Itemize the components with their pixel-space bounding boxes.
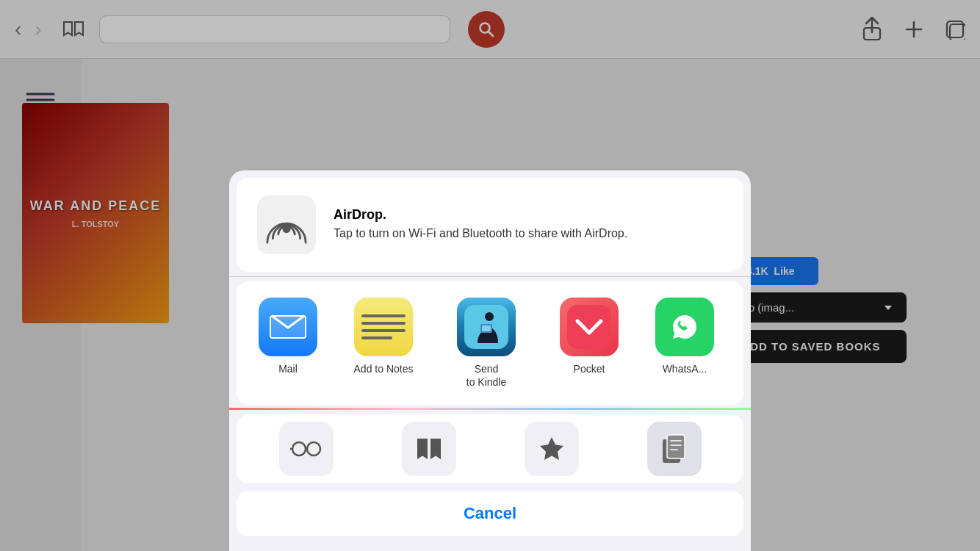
notes-label: Add to Notes <box>354 362 414 375</box>
airdrop-text: AirDrop. Tap to turn on Wi-Fi and Blueto… <box>334 207 627 242</box>
whatsapp-icon <box>655 298 714 356</box>
svg-point-21 <box>307 442 320 455</box>
svg-rect-25 <box>667 435 685 458</box>
notes-icon <box>354 298 413 356</box>
pocket-icon <box>560 298 619 356</box>
apps-row: Mail Add to Notes <box>237 281 743 405</box>
color-divider <box>229 408 751 410</box>
airdrop-title: AirDrop. <box>334 207 386 222</box>
copy-icon <box>647 422 702 476</box>
svg-point-20 <box>292 442 306 455</box>
bookmark-star-icon <box>525 422 579 476</box>
share-sheet-modal: AirDrop. Tap to turn on Wi-Fi and Blueto… <box>229 170 751 551</box>
reader-icon <box>279 422 334 476</box>
mail-label: Mail <box>278 362 298 375</box>
action-item-reading-list[interactable] <box>400 422 458 476</box>
action-item-reader[interactable] <box>277 422 336 476</box>
app-item-pocket[interactable]: Pocket <box>538 292 641 395</box>
reading-list-icon <box>402 422 456 476</box>
svg-rect-16 <box>482 325 491 331</box>
action-item-bookmark[interactable] <box>522 422 581 476</box>
svg-point-14 <box>485 312 494 321</box>
app-item-whatsapp[interactable]: WhatsA... <box>641 292 729 395</box>
cancel-button[interactable]: Cancel <box>237 491 743 536</box>
mail-icon <box>259 298 317 356</box>
whatsapp-label: WhatsA... <box>663 362 707 375</box>
kindle-icon <box>457 298 516 356</box>
app-item-notes[interactable]: Add to Notes <box>332 292 435 395</box>
app-item-kindle[interactable]: Sendto Kindle <box>435 292 538 395</box>
app-item-mail[interactable]: Mail <box>244 292 332 395</box>
actions-row <box>237 414 743 483</box>
airdrop-body: Tap to turn on Wi-Fi and Bluetooth to sh… <box>334 226 627 242</box>
airdrop-section[interactable]: AirDrop. Tap to turn on Wi-Fi and Blueto… <box>237 178 743 272</box>
action-item-copy[interactable] <box>645 422 704 476</box>
pocket-label: Pocket <box>574 362 605 375</box>
svg-rect-17 <box>567 305 611 349</box>
airdrop-icon <box>257 195 316 254</box>
divider-1 <box>229 276 751 277</box>
cancel-label: Cancel <box>464 504 516 523</box>
kindle-label: Sendto Kindle <box>466 362 506 389</box>
